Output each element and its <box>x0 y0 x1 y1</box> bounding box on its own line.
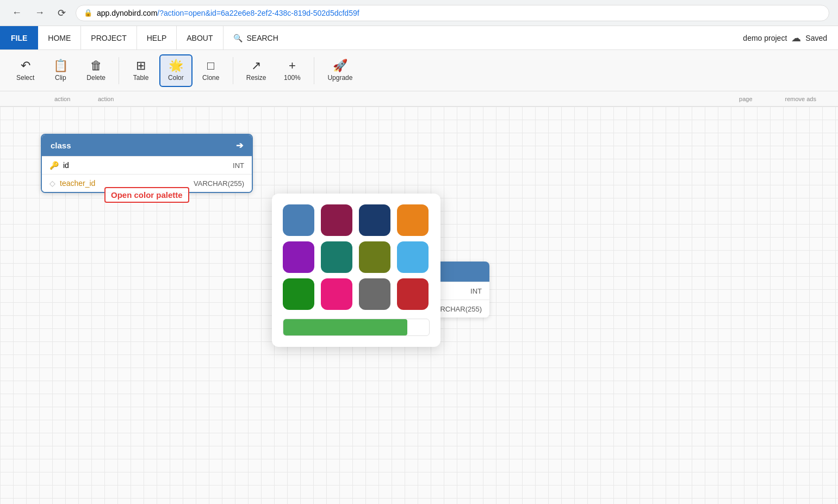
refresh-button[interactable]: ⟳ <box>54 5 69 21</box>
address-bar[interactable]: 🔒 app.dynobird.com/?action=open&id=6a22e… <box>76 5 829 21</box>
cloud-icon: ☁ <box>791 32 801 44</box>
tooltip-badge: Open color palette <box>104 187 189 203</box>
menu-right: demo project ☁ Saved <box>732 32 838 44</box>
browser-bar: ← → ⟳ 🔒 app.dynobird.com/?action=open&id… <box>0 0 838 26</box>
menu-bar: FILE HOME PROJECT HELP ABOUT 🔍 SEARCH de… <box>0 26 838 50</box>
canvas[interactable]: Open color palette class ➔ 🔑 id INT ◇ te… <box>0 107 838 504</box>
class-table[interactable]: class ➔ 🔑 id INT ◇ teacher_id VARCHAR(25… <box>41 134 253 193</box>
menu-about[interactable]: ABOUT <box>177 26 223 49</box>
key-icon: 🔑 <box>49 161 59 170</box>
resize-icon: ↗ <box>251 60 261 72</box>
color-swatch-8[interactable] <box>283 278 314 310</box>
clone-button[interactable]: □ Clone <box>195 55 227 86</box>
color-palette-popup <box>272 194 440 347</box>
clone-icon: □ <box>207 60 214 72</box>
menu-help[interactable]: HELP <box>137 26 177 49</box>
subtext-clip: action <box>54 96 98 102</box>
select-icon: ↶ <box>21 60 30 72</box>
color-input-bar[interactable] <box>283 319 430 336</box>
color-input-fill <box>283 319 407 335</box>
forward-button[interactable]: → <box>32 5 48 21</box>
color-swatch-2[interactable] <box>359 204 390 236</box>
toolbar-subtext: action action page remove ads <box>0 91 838 107</box>
delete-button[interactable]: 🗑 Delete <box>79 55 113 86</box>
color-swatch-10[interactable] <box>359 278 390 310</box>
address-text: app.dynobird.com/?action=open&id=6a22e6e… <box>97 9 359 17</box>
toolbar-divider-3 <box>314 57 314 84</box>
color-button[interactable]: 🌟 Color <box>159 54 193 87</box>
toolbar-divider-1 <box>119 57 119 84</box>
clip-button[interactable]: 📋 Clip <box>44 55 77 86</box>
color-swatch-6[interactable] <box>359 241 390 273</box>
color-swatch-9[interactable] <box>321 278 352 310</box>
search-icon: 🔍 <box>233 34 243 42</box>
color-swatch-7[interactable] <box>397 241 429 273</box>
menu-home[interactable]: HOME <box>38 26 81 49</box>
class-table-header: class ➔ <box>42 135 252 156</box>
color-swatch-1[interactable] <box>321 204 352 236</box>
toolbar-divider-2 <box>233 57 233 84</box>
resize-button[interactable]: ↗ Resize <box>239 55 274 86</box>
zoom-button[interactable]: + 100% <box>276 55 308 86</box>
color-grid <box>283 204 430 310</box>
menu-file[interactable]: FILE <box>0 26 38 49</box>
color-swatch-3[interactable] <box>397 204 429 236</box>
diamond-icon: ◇ <box>49 179 55 188</box>
color-swatch-4[interactable] <box>283 241 314 273</box>
subtext-remove-ads: remove ads <box>785 96 838 102</box>
upgrade-icon: 🚀 <box>333 60 347 72</box>
table-row[interactable]: 🔑 id INT <box>42 156 252 174</box>
table-button[interactable]: ⊞ Table <box>125 55 157 86</box>
menu-search[interactable]: 🔍 SEARCH <box>224 26 288 49</box>
lock-icon: 🔒 <box>84 9 92 17</box>
upgrade-button[interactable]: 🚀 Upgrade <box>320 55 360 86</box>
zoom-icon: + <box>289 60 296 72</box>
color-swatch-5[interactable] <box>321 241 352 273</box>
color-swatch-11[interactable] <box>397 278 429 310</box>
color-icon: 🌟 <box>169 60 183 72</box>
color-swatch-0[interactable] <box>283 204 314 236</box>
subtext-select2: action <box>98 96 141 102</box>
delete-icon: 🗑 <box>90 60 102 72</box>
toolbar: ↶ Select 📋 Clip 🗑 Delete ⊞ Table 🌟 Color… <box>0 50 838 91</box>
back-button[interactable]: ← <box>9 5 25 21</box>
arrow-icon: ➔ <box>236 140 243 151</box>
subtext-page: page <box>739 96 785 102</box>
menu-project[interactable]: PROJECT <box>81 26 136 49</box>
select-button[interactable]: ↶ Select <box>9 55 42 86</box>
clip-icon: 📋 <box>53 60 68 72</box>
table-icon: ⊞ <box>136 60 146 72</box>
